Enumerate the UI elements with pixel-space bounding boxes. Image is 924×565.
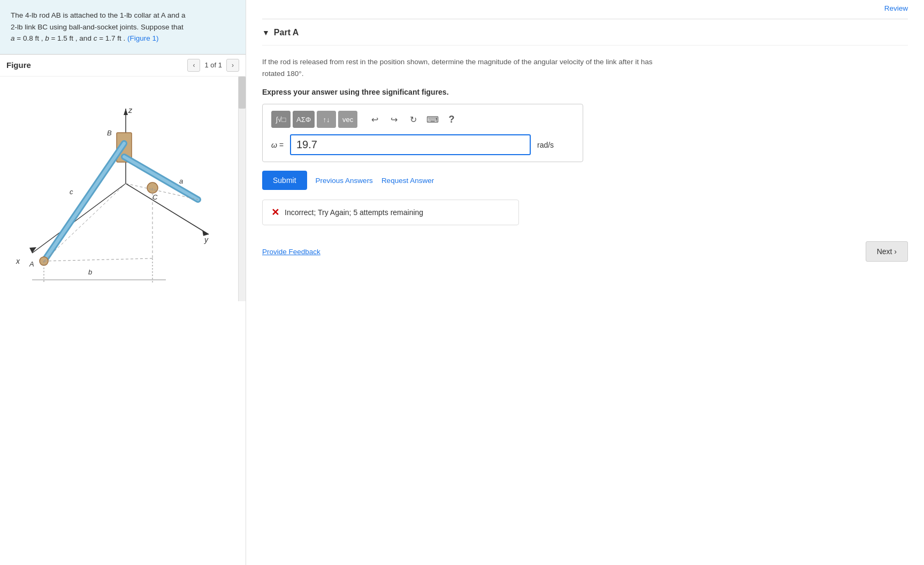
figure-image-area: z x y B xyxy=(0,77,246,301)
toolbar: ∫√□ AΣΦ ↑↓ vec ↩ ↪ ↻ ⌨ ? xyxy=(271,111,574,128)
undo-btn[interactable]: ↩ xyxy=(366,111,383,128)
arrows-toolbar-btn[interactable]: ↑↓ xyxy=(317,111,336,128)
provide-feedback-link[interactable]: Provide Feedback xyxy=(262,248,320,256)
omega-label: ω = xyxy=(271,141,284,149)
question-text-2: rotated 180°. xyxy=(262,70,303,78)
left-panel: The 4-lb rod AB is attached to the 1-lb … xyxy=(0,0,246,565)
review-link[interactable]: Review xyxy=(884,4,908,12)
params-text: a = 0.8 ft , b = 1.5 ft , and c = 1.7 ft… xyxy=(11,34,127,42)
error-box: ✕ Incorrect; Try Again; 5 attempts remai… xyxy=(262,200,519,225)
unit-label: rad/s xyxy=(537,141,554,149)
part-header: ▼ Part A xyxy=(262,19,908,45)
figure-scrollbar[interactable] xyxy=(238,77,246,301)
problem-text-1: The 4-lb rod AB is attached to the 1-lb … xyxy=(11,10,235,21)
svg-text:z: z xyxy=(128,106,133,114)
right-panel: Review ▼ Part A If the rod is released f… xyxy=(246,0,924,565)
question-text: If the rod is released from rest in the … xyxy=(262,56,908,79)
action-row: Submit Previous Answers Request Answer xyxy=(262,171,908,190)
part-title: Part A xyxy=(274,28,299,37)
express-answer-label: Express your answer using three signific… xyxy=(262,88,908,96)
problem-description: The 4-lb rod AB is attached to the 1-lb … xyxy=(0,0,246,55)
math-toolbar-btn[interactable]: ∫√□ xyxy=(271,111,291,128)
error-icon: ✕ xyxy=(271,207,279,218)
refresh-btn[interactable]: ↻ xyxy=(404,111,422,128)
error-text: Incorrect; Try Again; 5 attempts remaini… xyxy=(285,208,423,217)
figure-header: Figure ‹ 1 of 1 › xyxy=(0,55,246,77)
problem-text-3: a = 0.8 ft , b = 1.5 ft , and c = 1.7 ft… xyxy=(11,33,235,44)
svg-text:A: A xyxy=(29,260,34,268)
request-answer-link[interactable]: Request Answer xyxy=(381,177,434,185)
symbols-toolbar-btn[interactable]: AΣΦ xyxy=(293,111,315,128)
previous-answers-link[interactable]: Previous Answers xyxy=(316,177,373,185)
svg-text:x: x xyxy=(16,257,20,265)
svg-text:b: b xyxy=(88,268,92,276)
input-box: ∫√□ AΣΦ ↑↓ vec ↩ ↪ ↻ ⌨ ? ω = rad/s xyxy=(262,104,583,162)
figure-count: 1 of 1 xyxy=(204,61,222,69)
part-toggle[interactable]: ▼ xyxy=(262,28,270,37)
svg-text:y: y xyxy=(204,235,209,244)
problem-text-2: 2-lb link BC using ball-and-socket joint… xyxy=(11,21,235,33)
svg-text:a: a xyxy=(179,177,183,185)
answer-input[interactable] xyxy=(290,134,531,155)
submit-button[interactable]: Submit xyxy=(262,171,307,190)
keyboard-btn[interactable]: ⌨ xyxy=(424,111,441,128)
bottom-row: Provide Feedback Next › xyxy=(262,241,908,262)
figure-section: Figure ‹ 1 of 1 › z xyxy=(0,55,246,301)
answer-row: ω = rad/s xyxy=(271,134,574,155)
figure-prev-btn[interactable]: ‹ xyxy=(187,59,200,72)
figure-nav: ‹ 1 of 1 › xyxy=(187,59,239,72)
svg-text:c: c xyxy=(70,188,73,196)
next-button[interactable]: Next › xyxy=(866,241,908,262)
review-link-row: Review xyxy=(262,0,908,19)
figure-link[interactable]: (Figure 1) xyxy=(127,34,159,42)
svg-text:B: B xyxy=(107,129,112,137)
figure-next-btn[interactable]: › xyxy=(226,59,239,72)
question-text-1: If the rod is released from rest in the … xyxy=(262,58,652,66)
redo-btn[interactable]: ↪ xyxy=(385,111,402,128)
figure-title: Figure xyxy=(6,60,31,70)
figure-scrollbar-thumb xyxy=(239,77,246,109)
svg-text:C: C xyxy=(152,193,158,201)
figure-svg: z x y B xyxy=(0,77,222,301)
help-btn[interactable]: ? xyxy=(443,111,460,128)
vec-toolbar-btn[interactable]: vec xyxy=(338,111,357,128)
